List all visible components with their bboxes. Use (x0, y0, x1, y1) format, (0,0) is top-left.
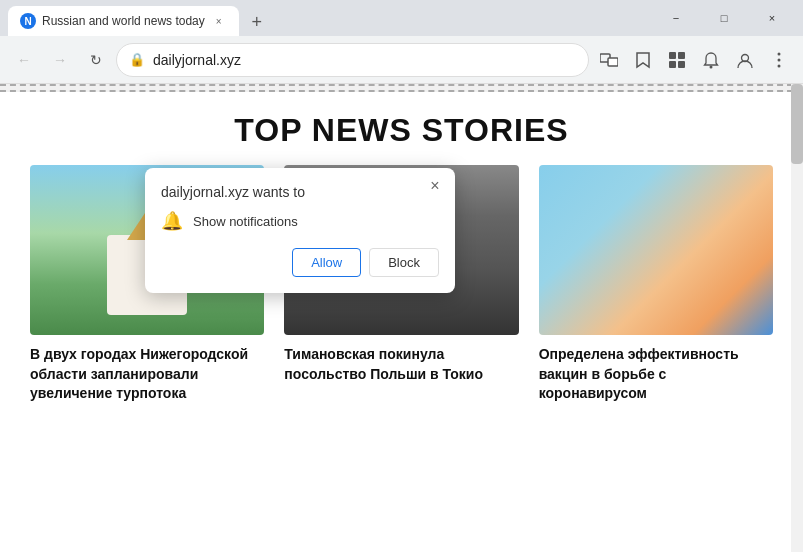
svg-point-6 (710, 65, 713, 68)
svg-point-9 (778, 58, 781, 61)
active-tab[interactable]: N Russian and world news today × (8, 6, 239, 36)
tab-area: N Russian and world news today × + (8, 0, 649, 36)
notifications-button[interactable] (695, 44, 727, 76)
window-controls: − □ × (653, 3, 795, 33)
news-image-3 (539, 165, 773, 335)
news-title-2: Тимановская покинула посольство Польши в… (284, 345, 518, 384)
forward-button[interactable]: → (44, 44, 76, 76)
page-heading: TOP NEWS STORIES (0, 92, 803, 165)
title-bar: N Russian and world news today × + − □ × (0, 0, 803, 36)
minimize-button[interactable]: − (653, 3, 699, 33)
svg-rect-3 (678, 52, 685, 59)
page-content: TOP NEWS STORIES В двух городах Нижегоро… (0, 84, 803, 552)
bookmark-button[interactable] (627, 44, 659, 76)
svg-point-8 (778, 52, 781, 55)
popup-title: dailyjornal.xyz wants to (161, 184, 439, 200)
new-tab-button[interactable]: + (243, 8, 271, 36)
translate-button[interactable] (593, 44, 625, 76)
tab-title: Russian and world news today (42, 14, 205, 28)
bell-icon: 🔔 (161, 210, 183, 232)
extensions-button[interactable] (661, 44, 693, 76)
toolbar-icons (593, 44, 795, 76)
scrollbar[interactable] (791, 84, 803, 552)
svg-rect-4 (669, 61, 676, 68)
scrollbar-thumb[interactable] (791, 84, 803, 164)
maximize-button[interactable]: □ (701, 3, 747, 33)
news-title-3: Определена эффективность вакцин в борьбе… (539, 345, 773, 404)
popup-close-button[interactable]: × (425, 176, 445, 196)
reload-button[interactable]: ↻ (80, 44, 112, 76)
svg-rect-2 (669, 52, 676, 59)
permission-text: Show notifications (193, 214, 298, 229)
menu-button[interactable] (763, 44, 795, 76)
vaccine-image (539, 165, 773, 335)
block-button[interactable]: Block (369, 248, 439, 277)
svg-rect-1 (608, 58, 618, 66)
news-card-3[interactable]: Определена эффективность вакцин в борьбе… (539, 165, 773, 404)
address-bar: ← → ↻ 🔒 dailyjornal.xyz (0, 36, 803, 84)
popup-permission: 🔔 Show notifications (161, 210, 439, 232)
svg-rect-5 (678, 61, 685, 68)
notification-popup: × dailyjornal.xyz wants to 🔔 Show notifi… (145, 168, 455, 293)
dashed-strip (0, 84, 803, 92)
allow-button[interactable]: Allow (292, 248, 361, 277)
back-button[interactable]: ← (8, 44, 40, 76)
news-title-1: В двух городах Нижегородской области зап… (30, 345, 264, 404)
profile-button[interactable] (729, 44, 761, 76)
lock-icon: 🔒 (129, 52, 145, 67)
url-bar[interactable]: 🔒 dailyjornal.xyz (116, 43, 589, 77)
url-text: dailyjornal.xyz (153, 52, 576, 68)
window-close-button[interactable]: × (749, 3, 795, 33)
tab-favicon: N (20, 13, 36, 29)
tab-close-button[interactable]: × (211, 13, 227, 29)
svg-point-10 (778, 64, 781, 67)
popup-buttons: Allow Block (161, 248, 439, 277)
